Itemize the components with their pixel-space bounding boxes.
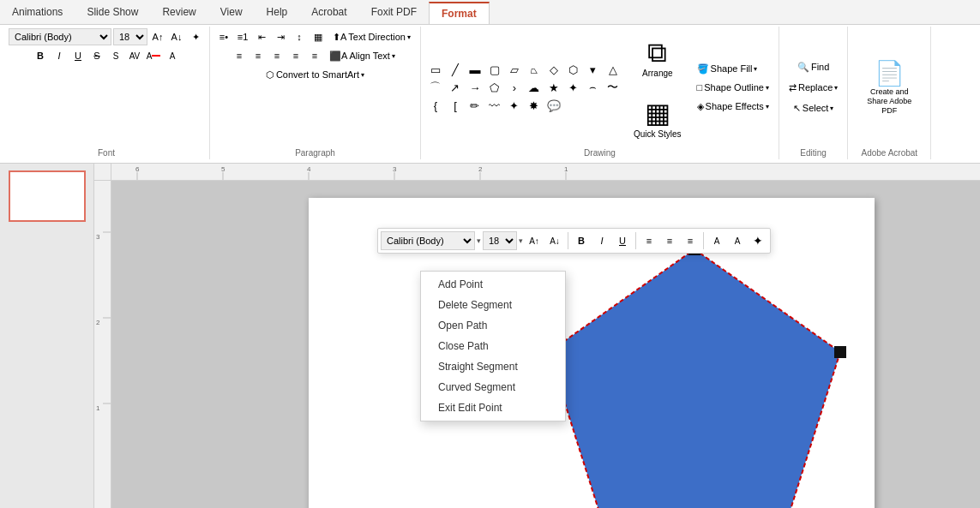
mini-dec-font[interactable]: A↓ [545, 231, 564, 250]
line-spacing-btn[interactable]: ↕ [291, 28, 308, 45]
font-family-select[interactable]: Calibri (Body) [9, 28, 111, 45]
shape-cloud[interactable]: ☁ [525, 79, 544, 96]
italic-btn[interactable]: I [51, 47, 68, 64]
mini-inc-font[interactable]: A↑ [525, 231, 544, 250]
shape-arc[interactable]: ⌢ [584, 79, 603, 96]
shape-outline-btn[interactable]: □ Shape Outline ▾ [693, 79, 773, 96]
align-text-btn[interactable]: ⬛A Align Text ▾ [325, 47, 400, 64]
menu-close-path[interactable]: Close Path [421, 336, 565, 356]
shape-4star[interactable]: ✦ [505, 97, 524, 114]
replace-btn[interactable]: ⇄ Replace ▾ [785, 79, 842, 96]
shape-more[interactable]: ▾ [584, 61, 603, 78]
tab-foxitpdf[interactable]: Foxit PDF [359, 2, 429, 24]
text-direction-btn[interactable]: ⬆A Text Direction ▾ [328, 28, 415, 45]
menu-open-path[interactable]: Open Path [421, 315, 565, 336]
align-left-btn[interactable]: ≡ [231, 47, 248, 64]
shape-parallelogram[interactable]: ▱ [505, 61, 524, 78]
strikethrough-btn[interactable]: S [88, 47, 105, 64]
paragraph-group: ≡• ≡1 ⇤ ⇥ ↕ ▦ ⬆A Text Direction ▾ ≡ ≡ ≡ … [210, 27, 421, 159]
numbering-btn[interactable]: ≡1 [234, 28, 251, 45]
shape-arrow[interactable]: ↗ [446, 79, 465, 96]
shape-bracket[interactable]: [ [446, 97, 465, 114]
shape-freeform[interactable]: ✏ [466, 97, 484, 114]
tab-review[interactable]: Review [150, 2, 207, 24]
tab-view[interactable]: View [208, 2, 255, 24]
mini-font-select[interactable]: Calibri (Body) [381, 231, 475, 250]
align-right-btn[interactable]: ≡ [268, 47, 286, 64]
columns-btn[interactable]: ▦ [310, 28, 327, 45]
drawing-group-content: ▭ ╱ ▬ ▢ ▱ ⏢ ◇ ⬡ ▾ △ ⌒ ↗ → ⬠ › ☁ ★ ✦ ⌢ [426, 28, 773, 146]
text-direction-icon: ⬆A [333, 32, 346, 43]
menu-curved-segment[interactable]: Curved Segment [421, 377, 565, 397]
increase-indent-btn[interactable]: ⇥ [272, 28, 289, 45]
text-direction-caret: ▾ [407, 33, 411, 41]
mini-align-center[interactable]: ≡ [660, 231, 679, 250]
mini-font-color[interactable]: A [728, 231, 747, 250]
align-center-btn[interactable]: ≡ [250, 47, 267, 64]
mini-italic[interactable]: I [592, 231, 611, 250]
shape-fill-btn[interactable]: 🪣 Shape Fill ▾ [693, 60, 773, 77]
tab-animations[interactable]: Animations [0, 2, 75, 24]
create-adobe-btn[interactable]: 📄 Create and Share Adobe PDF [853, 58, 925, 117]
mini-bold[interactable]: B [572, 231, 591, 250]
font-size-select[interactable]: 18 [113, 28, 147, 45]
underline-btn[interactable]: U [69, 47, 87, 64]
decrease-indent-btn[interactable]: ⇤ [253, 28, 270, 45]
shape-star[interactable]: ★ [544, 79, 563, 96]
tab-slideshow[interactable]: Slide Show [75, 2, 150, 24]
shape-chevron[interactable]: › [505, 79, 524, 96]
svg-text:6: 6 [135, 165, 140, 173]
menu-delete-segment[interactable]: Delete Segment [421, 295, 565, 315]
shape-callout[interactable]: 💬 [544, 97, 563, 114]
mini-underline[interactable]: U [613, 231, 632, 250]
shape-scribble[interactable]: 〰 [485, 97, 504, 114]
tab-acrobat[interactable]: Acrobat [299, 2, 358, 24]
arrange-btn[interactable]: ⧉ Arrange [628, 28, 688, 87]
tab-help[interactable]: Help [255, 2, 300, 24]
menu-straight-segment[interactable]: Straight Segment [421, 356, 565, 377]
edit-point-right[interactable] [834, 346, 846, 358]
highlight-btn[interactable]: A [164, 47, 181, 64]
font-color-btn[interactable]: A [145, 47, 162, 64]
justify-btn[interactable]: ≡ [287, 47, 304, 64]
shape-wave[interactable]: 〜 [604, 79, 622, 96]
mini-align-left[interactable]: ≡ [640, 231, 658, 250]
decrease-font-btn[interactable]: A↓ [168, 28, 185, 45]
shape-rect[interactable]: ▭ [426, 61, 445, 78]
increase-font-btn[interactable]: A↑ [149, 28, 166, 45]
shape-triangle[interactable]: △ [604, 61, 622, 78]
clear-format-btn[interactable]: ✦ [187, 28, 204, 45]
shape-trapezoid[interactable]: ⏢ [525, 61, 544, 78]
bold-btn[interactable]: B [32, 47, 49, 64]
convert-smartart-btn[interactable]: ⬡ Convert to SmartArt ▾ [262, 66, 369, 83]
shape-line[interactable]: ╱ [446, 61, 465, 78]
shape-brace[interactable]: { [426, 97, 445, 114]
shape-8star[interactable]: ✸ [525, 97, 544, 114]
mini-highlight[interactable]: A [707, 231, 726, 250]
pentagon-shape[interactable] [549, 249, 840, 508]
tab-format[interactable]: Format [429, 2, 490, 24]
bullets-btn[interactable]: ≡• [215, 28, 232, 45]
shape-effects-btn[interactable]: ◈ Shape Effects ▾ [693, 98, 773, 115]
shape-hexagon[interactable]: ⬡ [564, 61, 583, 78]
shape-bang[interactable]: ✦ [564, 79, 583, 96]
shape-pentagon[interactable]: ⬠ [485, 79, 504, 96]
shape-rect2[interactable]: ▬ [466, 61, 484, 78]
shadow-btn[interactable]: S [107, 47, 124, 64]
find-btn[interactable]: 🔍 Find [793, 58, 833, 75]
shape-curve[interactable]: ⌒ [426, 79, 445, 96]
mini-clear[interactable]: ✦ [749, 231, 767, 250]
menu-add-point[interactable]: Add Point [421, 274, 565, 295]
spacing-btn[interactable]: AV [126, 47, 143, 64]
mini-size-select[interactable]: 18 [483, 231, 517, 250]
pentagon-svg [532, 241, 857, 508]
quick-styles-btn[interactable]: ▦ Quick Styles [628, 88, 688, 146]
slide-thumbnail[interactable] [9, 170, 86, 222]
align-more-btn[interactable]: ≡ [306, 47, 323, 64]
shape-arrow2[interactable]: → [466, 79, 484, 96]
shape-diamond[interactable]: ◇ [544, 61, 563, 78]
mini-align-right[interactable]: ≡ [681, 231, 700, 250]
select-btn[interactable]: ↖ Select ▾ [789, 99, 839, 117]
shape-rounded-rect[interactable]: ▢ [485, 61, 504, 78]
menu-exit-edit-point[interactable]: Exit Edit Point [421, 397, 565, 418]
